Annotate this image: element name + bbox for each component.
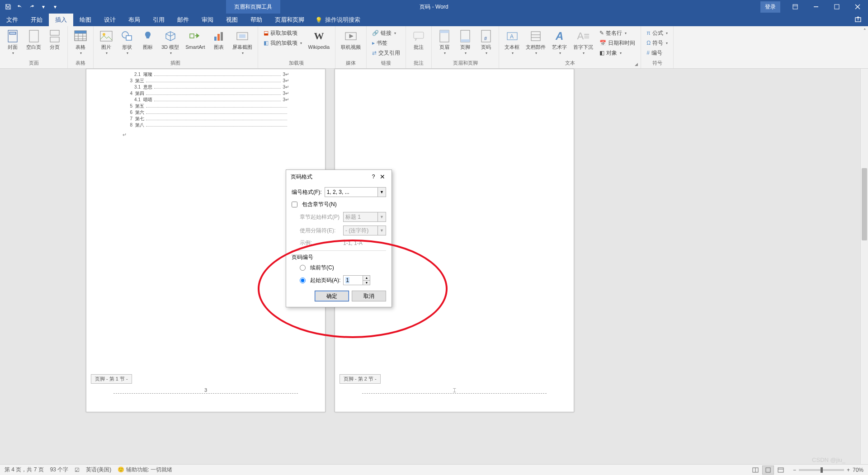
- status-accessibility[interactable]: 🙂 辅助功能: 一切就绪: [118, 466, 172, 474]
- dialog-close-icon[interactable]: ✕: [378, 173, 387, 180]
- tab-home[interactable]: 开始: [24, 14, 49, 26]
- vertical-scrollbar[interactable]: [860, 69, 868, 464]
- comment-button[interactable]: 批注: [410, 28, 428, 51]
- tab-header-footer[interactable]: 页眉和页脚: [269, 14, 311, 26]
- link-button[interactable]: 🔗链接▾: [370, 28, 402, 38]
- minimize-icon[interactable]: [806, 0, 826, 14]
- scroll-thumb[interactable]: [862, 168, 867, 240]
- start-at-radio[interactable]: [300, 277, 306, 283]
- include-chapter-label: 包含章节号(N): [302, 201, 337, 208]
- ribbon-tabs: 文件 开始 插入 绘图 设计 布局 引用 邮件 审阅 视图 帮助 页眉和页脚 💡…: [0, 14, 868, 26]
- tab-draw[interactable]: 绘图: [73, 14, 98, 26]
- symbol-button[interactable]: Ω符号▾: [645, 38, 670, 48]
- footer-cursor[interactable]: ⌶: [453, 387, 456, 393]
- equation-button[interactable]: π公式▾: [645, 28, 670, 38]
- bookmark-button[interactable]: ▸书签: [370, 38, 402, 48]
- view-web-layout-icon[interactable]: [775, 466, 787, 475]
- zoom-thumb[interactable]: [821, 467, 823, 473]
- document-title: 页码 - Word: [420, 3, 448, 11]
- collapse-ribbon-icon[interactable]: ˄: [862, 26, 868, 68]
- cover-page-button[interactable]: 封面▾: [4, 28, 22, 56]
- page-break-button[interactable]: 分页: [46, 28, 64, 51]
- tab-file[interactable]: 文件: [0, 14, 24, 26]
- blank-page-button[interactable]: 空白页: [24, 28, 43, 51]
- save-icon[interactable]: [3, 1, 14, 12]
- tab-layout[interactable]: 布局: [122, 14, 146, 26]
- ribbon-display-options-icon[interactable]: [785, 0, 806, 14]
- number-button[interactable]: #编号: [645, 48, 670, 58]
- view-print-layout-icon[interactable]: [762, 466, 774, 475]
- textbox-button[interactable]: A文本框▾: [503, 28, 521, 56]
- zoom-out-icon[interactable]: −: [793, 467, 796, 473]
- icons-button[interactable]: 图标: [139, 28, 157, 51]
- redo-icon[interactable]: [26, 1, 37, 12]
- page-number-button[interactable]: #页码▾: [477, 28, 495, 56]
- ok-button[interactable]: 确定: [315, 291, 349, 301]
- zoom-track[interactable]: [799, 469, 844, 471]
- login-button[interactable]: 登录: [760, 1, 780, 13]
- tab-view[interactable]: 视图: [220, 14, 244, 26]
- svg-rect-0: [793, 5, 797, 9]
- pictures-button[interactable]: 图片▾: [97, 28, 115, 56]
- cross-reference-button[interactable]: ⇄交叉引用: [370, 48, 402, 58]
- table-button[interactable]: 表格▾: [71, 28, 90, 56]
- continue-radio[interactable]: [300, 265, 306, 271]
- date-time-button[interactable]: 📅日期和时间: [598, 38, 637, 48]
- svg-rect-16: [126, 36, 132, 40]
- tab-review[interactable]: 审阅: [195, 14, 220, 26]
- start-at-input[interactable]: 1 ▲▼: [343, 275, 370, 285]
- video-icon: [344, 29, 358, 43]
- status-word-count[interactable]: 93 个字: [50, 466, 69, 474]
- dropcap-button[interactable]: A≡首字下沉▾: [571, 28, 595, 56]
- maximize-icon[interactable]: [826, 0, 847, 14]
- group-tables: 表格: [71, 60, 90, 67]
- dialog-help-icon[interactable]: ?: [369, 174, 378, 180]
- number-format-combo[interactable]: 1, 2, 3, ...▼: [325, 187, 386, 197]
- tell-me-search[interactable]: 💡 操作说明搜索: [315, 16, 360, 24]
- close-icon[interactable]: [847, 0, 868, 14]
- tab-references[interactable]: 引用: [146, 14, 171, 26]
- tab-mailings[interactable]: 邮件: [171, 14, 195, 26]
- get-addins-button[interactable]: ⬓获取加载项: [262, 28, 304, 38]
- tab-insert[interactable]: 插入: [49, 14, 73, 26]
- footer-button[interactable]: 页脚▾: [456, 28, 474, 56]
- spinner-down-icon[interactable]: ▼: [363, 281, 370, 285]
- undo-icon[interactable]: [14, 1, 25, 12]
- tab-design[interactable]: 设计: [98, 14, 122, 26]
- qat-customize-icon[interactable]: ▾: [38, 1, 49, 12]
- svg-rect-26: [440, 30, 449, 33]
- 3d-models-button[interactable]: 3D 模型▾: [160, 28, 181, 56]
- status-proofing-icon[interactable]: ☑: [75, 467, 80, 473]
- zoom-level[interactable]: 70%: [853, 467, 863, 473]
- tab-help[interactable]: 帮助: [244, 14, 269, 26]
- include-chapter-checkbox[interactable]: [292, 202, 297, 207]
- chart-button[interactable]: 图表: [210, 28, 228, 51]
- zoom-slider[interactable]: − + 70%: [793, 467, 863, 473]
- chevron-down-icon[interactable]: ▼: [377, 188, 386, 197]
- wordart-button[interactable]: A艺术字▾: [550, 28, 569, 56]
- cancel-button[interactable]: 取消: [352, 291, 386, 301]
- online-video-button[interactable]: 联机视频: [339, 28, 363, 51]
- screenshot-button[interactable]: 屏幕截图▾: [231, 28, 254, 56]
- dialog-launcher-icon[interactable]: ◢: [635, 62, 638, 66]
- wikipedia-button[interactable]: WWikipedia: [307, 28, 332, 51]
- smartart-button[interactable]: SmartArt: [184, 28, 207, 51]
- status-page[interactable]: 第 4 页，共 7 页: [5, 466, 44, 474]
- qat-more-icon[interactable]: ▾: [50, 1, 61, 12]
- zoom-in-icon[interactable]: +: [847, 467, 850, 473]
- object-button[interactable]: ◧对象▾: [598, 48, 637, 58]
- footer-page-number[interactable]: 3: [204, 387, 207, 393]
- status-language[interactable]: 英语(美国): [86, 466, 111, 474]
- view-read-mode-icon[interactable]: [750, 466, 761, 475]
- header-button[interactable]: 页眉▾: [435, 28, 453, 56]
- shapes-button[interactable]: 形状▾: [118, 28, 136, 56]
- share-icon[interactable]: [854, 16, 862, 24]
- spinner-up-icon[interactable]: ▲: [363, 276, 370, 281]
- statusbar: 第 4 页，共 7 页 93 个字 ☑ 英语(美国) 🙂 辅助功能: 一切就绪 …: [0, 464, 868, 475]
- signature-line-button[interactable]: ✎签名行▾: [598, 28, 637, 38]
- paragraph-mark: ↵: [123, 132, 127, 138]
- group-pages: 页面: [4, 60, 64, 67]
- my-addins-button[interactable]: ◧我的加载项▾: [262, 38, 304, 48]
- page-numbering-section-label: 页码编号: [292, 254, 386, 261]
- quick-parts-button[interactable]: 文档部件▾: [524, 28, 547, 56]
